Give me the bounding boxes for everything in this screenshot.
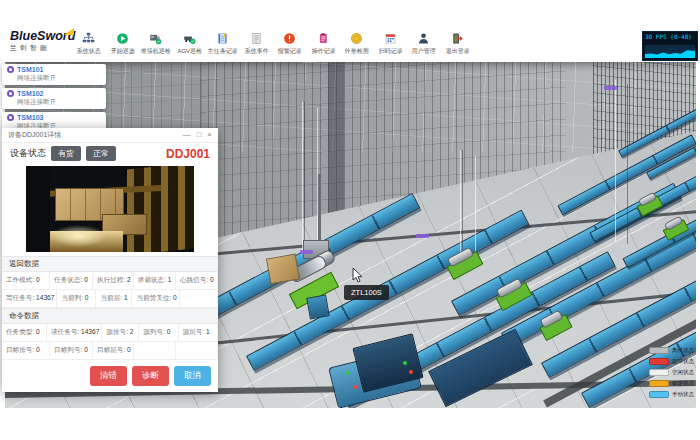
support-pole <box>304 102 305 254</box>
support-pole <box>302 102 303 254</box>
equipment-tag <box>604 86 617 90</box>
fps-graph <box>645 45 695 58</box>
alert-icon <box>7 114 14 121</box>
legend-swatch <box>649 369 669 376</box>
toolbar-item-system-status[interactable]: 系统状态 <box>72 32 106 56</box>
notification-message: 网络连接断开 <box>17 98 101 107</box>
toolbar-item-start-tour[interactable]: 开始巡选 <box>106 32 140 56</box>
equipment-tag <box>300 250 313 254</box>
panel-title: 设备DDJ001详情 <box>8 130 182 140</box>
agv-indicator-red <box>354 385 358 389</box>
equipment-tag <box>416 234 429 238</box>
panel-actions: 清错 诊断 取消 <box>2 360 218 392</box>
fps-text: 30 FPS (0-48) <box>643 32 697 41</box>
status-badge-load: 有货 <box>51 146 81 161</box>
toolbar-item-shape-detect[interactable]: 外形检测 <box>340 32 374 56</box>
user-icon <box>417 32 430 45</box>
toolbar-item-task-records[interactable]: 主任务记录 <box>206 32 240 56</box>
org-chart-icon <box>82 32 95 45</box>
legend-swatch <box>649 380 669 387</box>
status-legend: 离线状态 故障状态 空闲状态 锁定状态 手动状态 <box>649 345 694 400</box>
conveyor-tooltip: ZTL100S <box>344 285 389 300</box>
coin-icon <box>350 32 363 45</box>
brand-logo: BlueSword 兰剑智能 <box>10 29 72 53</box>
toolbar-item-scan-records[interactable]: 扫码记录 <box>374 32 408 56</box>
legend-item: 锁定状态 <box>649 378 694 389</box>
warehouse-monitor-app: BlueSword 兰剑智能 系统状态 开始巡选 堆垛机巡检 AGV巡检 <box>0 0 700 440</box>
toolbar-item-system-events[interactable]: 系统事件 <box>240 32 274 56</box>
device-camera-image <box>26 166 194 252</box>
camera-shadow <box>26 166 50 252</box>
calendar-icon <box>384 32 397 45</box>
toolbar: BlueSword 兰剑智能 系统状态 开始巡选 堆垛机巡检 AGV巡检 <box>0 28 700 62</box>
minimize-icon[interactable]: — <box>182 131 190 139</box>
legend-item: 离线状态 <box>649 345 694 356</box>
support-pole <box>475 156 476 264</box>
brand-name: BlueSword <box>10 29 72 43</box>
play-icon <box>116 32 129 45</box>
device-status-row: 设备状态 有货 正常 DDJ001 <box>2 143 218 165</box>
clear-error-button[interactable]: 清错 <box>90 366 127 386</box>
alert-icon <box>7 90 14 97</box>
toolbar-item-agv-patrol[interactable]: AGV巡检 <box>173 32 207 56</box>
support-pole <box>615 80 616 242</box>
support-pole <box>462 150 463 262</box>
panel-header: 设备DDJ001详情 — □ × <box>2 128 218 143</box>
agv-indicator-green <box>403 361 407 365</box>
notification-message: 网络连接断开 <box>17 74 101 83</box>
support-pole <box>627 84 628 244</box>
legend-item: 手动状态 <box>649 389 694 400</box>
event-doc-icon <box>250 32 263 45</box>
notification-toast[interactable]: TSM101 网络连接断开 <box>2 64 106 85</box>
device-id: DDJ001 <box>166 147 210 161</box>
fps-monitor[interactable]: 30 FPS (0-48) <box>642 31 698 61</box>
toolbar-item-user-management[interactable]: 用户管理 <box>407 32 441 56</box>
toolbar-item-operation-records[interactable]: 操作记录 <box>307 32 341 56</box>
alert-icon <box>7 66 14 73</box>
device-detail-panel: 设备DDJ001详情 — □ × 设备状态 有货 正常 DDJ001 返回数据 … <box>2 128 218 392</box>
maximize-icon[interactable]: □ <box>196 131 201 139</box>
brand-name-cn: 兰剑智能 <box>10 44 72 53</box>
legend-swatch <box>649 391 669 398</box>
operation-icon <box>317 32 330 45</box>
section-title-command: 命令数据 <box>2 308 218 324</box>
toolbar-items: 系统状态 开始巡选 堆垛机巡检 AGV巡检 主任务记录 系统事件 <box>72 32 474 56</box>
task-book-icon <box>216 32 229 45</box>
feedback-row-1: 工作模式0 任务状态0 执行过程2 承载状态1 心跳信号0 <box>2 272 218 290</box>
legend-item: 故障状态 <box>649 356 694 367</box>
section-title-feedback: 返回数据 <box>2 256 218 272</box>
logout-icon <box>451 32 464 45</box>
command-row-1: 任务类型0 读任务号14367 源排号2 源列号0 源层号1 <box>2 324 218 342</box>
diagnose-button[interactable]: 诊断 <box>132 366 169 386</box>
legend-swatch <box>649 358 669 365</box>
support-pole <box>460 150 461 262</box>
stacker-icon <box>149 32 162 45</box>
shuttle-unit[interactable] <box>306 294 330 319</box>
toolbar-item-alarm-records[interactable]: 报警记录 <box>273 32 307 56</box>
agv-indicator-red <box>409 370 413 374</box>
cargo-box <box>266 254 300 285</box>
legend-item: 空闲状态 <box>649 367 694 378</box>
agv-icon <box>183 32 196 45</box>
feedback-row-2: 写任务号14367 当前列0 当前层1 当前货叉位0 <box>2 290 218 308</box>
toolbar-item-logout[interactable]: 退出登录 <box>441 32 475 56</box>
command-row-2: 目标排号0 目标列号0 目标层号0 <box>2 342 218 360</box>
cancel-button[interactable]: 取消 <box>174 366 211 386</box>
notification-toast[interactable]: TSM102 网络连接断开 <box>2 88 106 109</box>
camera-rack <box>127 166 194 252</box>
toolbar-item-stacker-patrol[interactable]: 堆垛机巡检 <box>139 32 173 56</box>
close-icon[interactable]: × <box>207 131 212 139</box>
legend-swatch <box>649 347 669 354</box>
agv-indicator-green <box>346 371 350 375</box>
status-badge-health: 正常 <box>86 146 116 161</box>
device-id: TSM101 <box>17 66 43 73</box>
device-id: TSM103 <box>17 114 43 121</box>
mouse-cursor <box>352 268 363 284</box>
device-id: TSM102 <box>17 90 43 97</box>
status-label: 设备状态 <box>10 147 46 160</box>
alarm-icon <box>283 32 296 45</box>
camera-light <box>50 225 107 247</box>
